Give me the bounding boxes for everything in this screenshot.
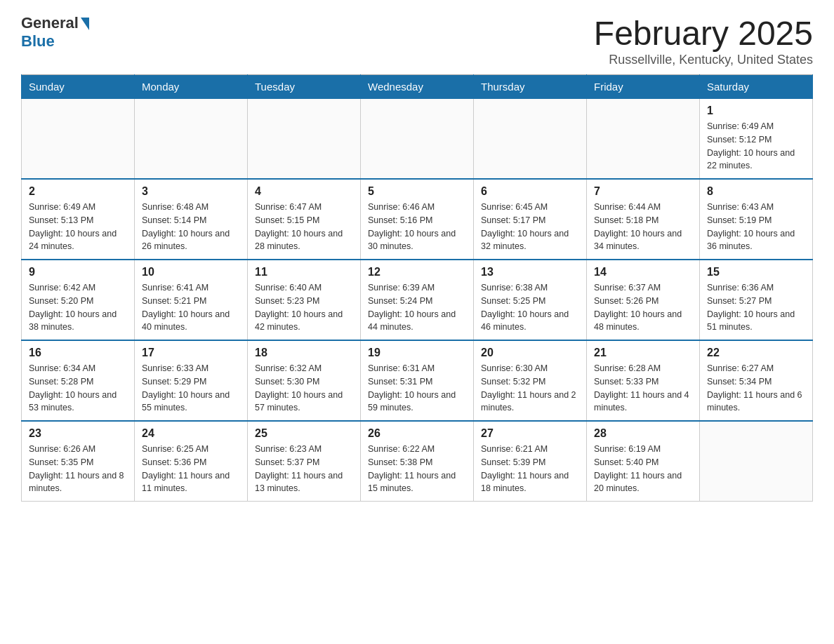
calendar-cell (474, 99, 587, 180)
calendar-cell: 14Sunrise: 6:37 AMSunset: 5:26 PMDayligh… (587, 260, 700, 340)
calendar-cell: 22Sunrise: 6:27 AMSunset: 5:34 PMDayligh… (700, 340, 813, 421)
day-number: 18 (255, 347, 353, 359)
day-info: Sunrise: 6:27 AMSunset: 5:34 PMDaylight:… (707, 362, 805, 415)
day-number: 6 (481, 185, 579, 198)
day-info: Sunrise: 6:45 AMSunset: 5:17 PMDaylight:… (481, 201, 579, 253)
calendar-cell: 16Sunrise: 6:34 AMSunset: 5:28 PMDayligh… (22, 340, 135, 421)
calendar-table: SundayMondayTuesdayWednesdayThursdayFrid… (21, 74, 813, 502)
calendar-cell: 27Sunrise: 6:21 AMSunset: 5:39 PMDayligh… (474, 421, 587, 502)
day-info: Sunrise: 6:47 AMSunset: 5:15 PMDaylight:… (255, 201, 353, 253)
weekday-header-tuesday: Tuesday (248, 75, 361, 99)
day-info: Sunrise: 6:22 AMSunset: 5:38 PMDaylight:… (368, 443, 466, 495)
calendar-cell: 5Sunrise: 6:46 AMSunset: 5:16 PMDaylight… (361, 179, 474, 260)
day-info: Sunrise: 6:36 AMSunset: 5:27 PMDaylight:… (707, 281, 805, 334)
day-info: Sunrise: 6:44 AMSunset: 5:18 PMDaylight:… (594, 201, 692, 253)
day-number: 2 (29, 185, 127, 198)
day-info: Sunrise: 6:25 AMSunset: 5:36 PMDaylight:… (142, 443, 240, 495)
calendar-cell (700, 421, 813, 502)
calendar-week-5: 23Sunrise: 6:26 AMSunset: 5:35 PMDayligh… (22, 421, 813, 502)
day-info: Sunrise: 6:32 AMSunset: 5:30 PMDaylight:… (255, 362, 353, 415)
day-number: 9 (29, 266, 127, 279)
calendar-cell: 6Sunrise: 6:45 AMSunset: 5:17 PMDaylight… (474, 179, 587, 260)
day-number: 24 (142, 427, 240, 440)
calendar-subtitle: Russellville, Kentucky, United States (594, 53, 813, 67)
calendar-cell: 24Sunrise: 6:25 AMSunset: 5:36 PMDayligh… (135, 421, 248, 502)
day-number: 16 (29, 347, 127, 359)
calendar-cell: 11Sunrise: 6:40 AMSunset: 5:23 PMDayligh… (248, 260, 361, 340)
day-number: 27 (481, 427, 579, 440)
calendar-week-1: 1Sunrise: 6:49 AMSunset: 5:12 PMDaylight… (22, 99, 813, 180)
day-info: Sunrise: 6:48 AMSunset: 5:14 PMDaylight:… (142, 201, 240, 253)
day-number: 20 (481, 347, 579, 359)
day-number: 12 (368, 266, 466, 279)
day-number: 14 (594, 266, 692, 279)
calendar-cell: 13Sunrise: 6:38 AMSunset: 5:25 PMDayligh… (474, 260, 587, 340)
weekday-header-row: SundayMondayTuesdayWednesdayThursdayFrid… (22, 75, 813, 99)
calendar-cell: 28Sunrise: 6:19 AMSunset: 5:40 PMDayligh… (587, 421, 700, 502)
day-number: 19 (368, 347, 466, 359)
calendar-cell: 10Sunrise: 6:41 AMSunset: 5:21 PMDayligh… (135, 260, 248, 340)
calendar-cell: 17Sunrise: 6:33 AMSunset: 5:29 PMDayligh… (135, 340, 248, 421)
day-info: Sunrise: 6:28 AMSunset: 5:33 PMDaylight:… (594, 362, 692, 415)
calendar-cell: 19Sunrise: 6:31 AMSunset: 5:31 PMDayligh… (361, 340, 474, 421)
day-info: Sunrise: 6:39 AMSunset: 5:24 PMDaylight:… (368, 281, 466, 334)
day-info: Sunrise: 6:41 AMSunset: 5:21 PMDaylight:… (142, 281, 240, 334)
day-number: 22 (707, 347, 805, 359)
day-info: Sunrise: 6:21 AMSunset: 5:39 PMDaylight:… (481, 443, 579, 495)
logo-arrow-icon (81, 18, 89, 30)
day-number: 7 (594, 185, 692, 198)
day-info: Sunrise: 6:26 AMSunset: 5:35 PMDaylight:… (29, 443, 127, 495)
logo-general-text: General (21, 14, 79, 32)
day-info: Sunrise: 6:37 AMSunset: 5:26 PMDaylight:… (594, 281, 692, 334)
weekday-header-monday: Monday (135, 75, 248, 99)
day-info: Sunrise: 6:43 AMSunset: 5:19 PMDaylight:… (707, 201, 805, 253)
day-number: 21 (594, 347, 692, 359)
day-number: 5 (368, 185, 466, 198)
day-number: 10 (142, 266, 240, 279)
day-info: Sunrise: 6:23 AMSunset: 5:37 PMDaylight:… (255, 443, 353, 495)
day-info: Sunrise: 6:46 AMSunset: 5:16 PMDaylight:… (368, 201, 466, 253)
calendar-cell: 12Sunrise: 6:39 AMSunset: 5:24 PMDayligh… (361, 260, 474, 340)
calendar-week-3: 9Sunrise: 6:42 AMSunset: 5:20 PMDaylight… (22, 260, 813, 340)
weekday-header-thursday: Thursday (474, 75, 587, 99)
calendar-cell: 7Sunrise: 6:44 AMSunset: 5:18 PMDaylight… (587, 179, 700, 260)
calendar-cell: 25Sunrise: 6:23 AMSunset: 5:37 PMDayligh… (248, 421, 361, 502)
day-info: Sunrise: 6:31 AMSunset: 5:31 PMDaylight:… (368, 362, 466, 415)
day-info: Sunrise: 6:49 AMSunset: 5:13 PMDaylight:… (29, 201, 127, 253)
calendar-cell: 8Sunrise: 6:43 AMSunset: 5:19 PMDaylight… (700, 179, 813, 260)
day-number: 25 (255, 427, 353, 440)
day-number: 1 (707, 105, 805, 117)
calendar-cell: 23Sunrise: 6:26 AMSunset: 5:35 PMDayligh… (22, 421, 135, 502)
day-number: 26 (368, 427, 466, 440)
day-info: Sunrise: 6:40 AMSunset: 5:23 PMDaylight:… (255, 281, 353, 334)
page-header: General Blue February 2025 Russellville,… (21, 14, 813, 67)
calendar-cell (135, 99, 248, 180)
calendar-cell: 2Sunrise: 6:49 AMSunset: 5:13 PMDaylight… (22, 179, 135, 260)
title-area: February 2025 Russellville, Kentucky, Un… (594, 14, 813, 67)
day-number: 3 (142, 185, 240, 198)
calendar-cell (361, 99, 474, 180)
day-number: 17 (142, 347, 240, 359)
day-info: Sunrise: 6:34 AMSunset: 5:28 PMDaylight:… (29, 362, 127, 415)
day-number: 15 (707, 266, 805, 279)
calendar-cell: 1Sunrise: 6:49 AMSunset: 5:12 PMDaylight… (700, 99, 813, 180)
calendar-cell: 3Sunrise: 6:48 AMSunset: 5:14 PMDaylight… (135, 179, 248, 260)
calendar-week-4: 16Sunrise: 6:34 AMSunset: 5:28 PMDayligh… (22, 340, 813, 421)
day-number: 13 (481, 266, 579, 279)
weekday-header-friday: Friday (587, 75, 700, 99)
day-number: 11 (255, 266, 353, 279)
day-info: Sunrise: 6:49 AMSunset: 5:12 PMDaylight:… (707, 120, 805, 173)
calendar-cell: 26Sunrise: 6:22 AMSunset: 5:38 PMDayligh… (361, 421, 474, 502)
day-info: Sunrise: 6:30 AMSunset: 5:32 PMDaylight:… (481, 362, 579, 415)
weekday-header-sunday: Sunday (22, 75, 135, 99)
day-number: 28 (594, 427, 692, 440)
day-info: Sunrise: 6:42 AMSunset: 5:20 PMDaylight:… (29, 281, 127, 334)
day-number: 4 (255, 185, 353, 198)
day-number: 23 (29, 427, 127, 440)
calendar-cell (587, 99, 700, 180)
logo: General Blue (21, 14, 89, 51)
calendar-cell (248, 99, 361, 180)
calendar-cell: 21Sunrise: 6:28 AMSunset: 5:33 PMDayligh… (587, 340, 700, 421)
day-info: Sunrise: 6:33 AMSunset: 5:29 PMDaylight:… (142, 362, 240, 415)
logo-blue-text: Blue (21, 32, 55, 51)
